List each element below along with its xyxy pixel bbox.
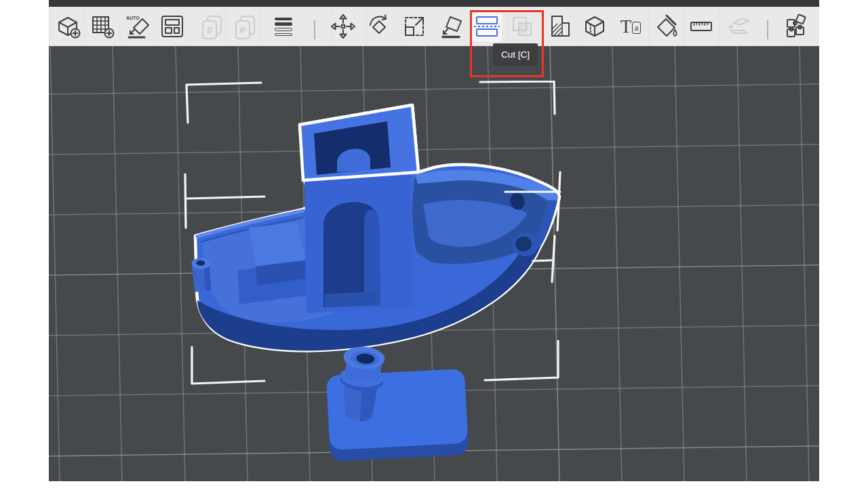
cut-tooltip: Cut [C]	[493, 43, 538, 66]
measure-icon	[688, 13, 715, 40]
viewport-3d[interactable]	[49, 46, 819, 481]
bridge-arch-inner-band	[364, 209, 380, 305]
cut-part-plate[interactable]	[326, 345, 469, 462]
split-parts-icon: P	[231, 13, 258, 40]
toolbar-separator-2	[767, 20, 768, 39]
tool-seam-painting[interactable]	[580, 12, 610, 41]
split-parts-glyph: P	[240, 25, 246, 35]
tool-rotate[interactable]	[364, 12, 394, 41]
split-parts-letter: P	[235, 20, 250, 39]
scene-canvas	[49, 46, 819, 481]
scale-icon	[401, 13, 428, 40]
add-cube-icon	[54, 13, 81, 40]
bow-boss-hole	[515, 237, 532, 251]
text-icon-T: T	[620, 19, 632, 35]
tool-split-to-parts[interactable]: P	[230, 12, 260, 41]
tool-assemble[interactable]	[781, 12, 811, 41]
svg-text:AUTO: AUTO	[126, 16, 140, 20]
benchy-model[interactable]	[192, 105, 559, 350]
tool-split-to-objects[interactable]: 0	[197, 12, 226, 41]
mesh-boolean-icon	[509, 13, 536, 40]
arrange-icon	[159, 13, 186, 40]
rotate-icon	[366, 13, 393, 40]
split-objects-icon: 0	[198, 13, 225, 40]
tool-lay-on-face[interactable]	[437, 12, 467, 41]
tool-scale[interactable]	[399, 12, 429, 41]
tool-auto-orient[interactable]: AUTO	[123, 12, 153, 41]
cabin-box-top	[249, 222, 305, 266]
assemble-puzzle-icon	[783, 13, 810, 40]
seam-painting-icon	[581, 13, 608, 40]
slicer-app-window: AUTO 0 P	[49, 0, 819, 481]
split-objects-glyph: 0	[207, 25, 212, 35]
stern-pipe-hole	[197, 260, 205, 266]
tool-move[interactable]	[328, 12, 358, 41]
tool-mesh-boolean[interactable]	[507, 12, 537, 41]
text-icon-a: a	[632, 22, 641, 34]
add-plate-icon	[89, 13, 116, 40]
main-toolbar: AUTO 0 P	[49, 7, 819, 46]
tool-support-painting[interactable]	[545, 12, 574, 41]
lay-on-face-icon	[439, 13, 466, 40]
layer-height-icon	[275, 18, 292, 36]
tool-add-plate[interactable]	[87, 12, 117, 41]
move-icon	[330, 13, 357, 40]
support-painting-icon	[546, 13, 573, 40]
tool-measure[interactable]	[686, 12, 716, 41]
tool-color-painting[interactable]	[651, 12, 681, 41]
tool-assembly-view[interactable]	[724, 12, 753, 41]
tool-text[interactable]: T a	[616, 12, 646, 41]
split-objects-letter: 0	[202, 20, 217, 39]
tool-variable-layer-height[interactable]	[269, 12, 298, 41]
tool-add[interactable]	[53, 12, 83, 41]
toolbar-separator-1	[314, 20, 315, 39]
tool-cut[interactable]	[472, 12, 502, 41]
color-painting-icon	[652, 13, 679, 40]
window-top-strip	[49, 0, 819, 7]
assembly-view-icon	[725, 13, 752, 40]
text-tool-icon: T a	[620, 19, 641, 35]
auto-orient-icon: AUTO	[124, 13, 151, 40]
cut-icon	[474, 16, 500, 37]
tool-arrange[interactable]	[157, 12, 187, 41]
